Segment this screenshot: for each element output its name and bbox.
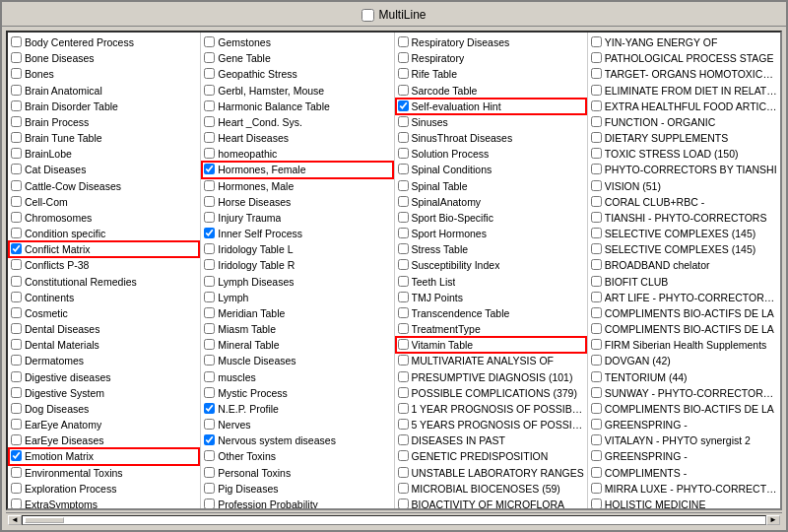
list-item[interactable]: VISION (51) — [589, 178, 779, 194]
item-checkbox[interactable] — [11, 467, 22, 478]
list-item[interactable]: Sinuses — [396, 114, 586, 130]
list-item[interactable]: Harmonic Balance Table — [202, 99, 392, 114]
list-item[interactable]: Miasm Table — [202, 321, 392, 337]
item-checkbox[interactable] — [204, 100, 215, 111]
list-item[interactable]: homeopathic — [202, 146, 392, 162]
item-checkbox[interactable] — [591, 371, 602, 382]
list-item[interactable]: CORAL CLUB+RBC - — [589, 194, 779, 210]
list-item[interactable]: BIOFIT CLUB — [589, 274, 779, 290]
list-item[interactable]: Stress Table — [396, 241, 586, 257]
list-item[interactable]: SELECTIVE COMPLEXES (145) — [589, 241, 779, 257]
list-item[interactable]: Other Toxins — [202, 448, 392, 464]
item-checkbox[interactable] — [591, 292, 602, 302]
list-item[interactable]: HOLISTIC MEDICINE — [589, 497, 779, 508]
list-item[interactable]: EarEye Diseases — [9, 432, 199, 448]
item-checkbox[interactable] — [204, 116, 215, 127]
list-item[interactable]: SELECTIVE COMPLEXES (145) — [589, 226, 779, 241]
item-checkbox[interactable] — [398, 371, 409, 382]
item-checkbox[interactable] — [591, 499, 602, 508]
item-checkbox[interactable] — [204, 371, 215, 382]
list-item[interactable]: Environmental Toxins — [9, 465, 199, 481]
item-checkbox[interactable] — [204, 259, 215, 270]
list-item[interactable]: YIN-YANG ENERGY OF — [589, 34, 779, 50]
list-item[interactable]: TOXIC STRESS LOAD (150) — [589, 146, 779, 162]
item-checkbox[interactable] — [11, 100, 22, 111]
list-item[interactable]: Susceptibility Index — [396, 257, 586, 273]
list-item[interactable]: 1 YEAR PROGNOSIS OF POSSIBLE — [396, 401, 586, 417]
item-checkbox[interactable] — [204, 323, 215, 334]
list-item[interactable]: Cat Diseases — [9, 162, 199, 177]
item-checkbox[interactable] — [591, 450, 602, 461]
item-checkbox[interactable] — [591, 387, 602, 398]
item-checkbox[interactable] — [11, 180, 22, 191]
item-checkbox[interactable] — [591, 403, 602, 414]
item-checkbox[interactable] — [204, 450, 215, 461]
list-item[interactable]: UNSTABLE LABORATORY RANGES — [396, 465, 586, 481]
item-checkbox[interactable] — [11, 434, 22, 445]
list-item[interactable]: Gene Table — [202, 50, 392, 66]
item-checkbox[interactable] — [11, 243, 22, 254]
item-checkbox[interactable] — [11, 339, 22, 350]
list-item[interactable]: Dental Diseases — [9, 321, 199, 337]
list-item[interactable]: ART LIFE - PHYTO-CORRECTORS (71) — [589, 290, 779, 305]
list-item[interactable]: COMPLIMENTS BIO-ACTIFS DE LA — [589, 305, 779, 321]
item-checkbox[interactable] — [204, 132, 215, 143]
item-checkbox[interactable] — [11, 387, 22, 398]
item-checkbox[interactable] — [204, 164, 215, 174]
multiline-option[interactable]: MultiLine — [361, 8, 426, 22]
list-item[interactable]: Bones — [9, 66, 199, 82]
list-item[interactable]: Geopathic Stress — [202, 66, 392, 82]
item-checkbox[interactable] — [11, 212, 22, 223]
list-item[interactable]: Brain Anatomical — [9, 83, 199, 99]
item-checkbox[interactable] — [398, 148, 409, 159]
item-checkbox[interactable] — [398, 180, 409, 191]
list-item[interactable]: Dog Diseases — [9, 401, 199, 417]
item-checkbox[interactable] — [591, 323, 602, 334]
list-item[interactable]: SinusThroat Diseases — [396, 130, 586, 146]
item-checkbox[interactable] — [204, 180, 215, 191]
item-checkbox[interactable] — [11, 499, 22, 508]
list-item[interactable]: GREENSPRING - — [589, 448, 779, 464]
list-item[interactable]: Personal Toxins — [202, 465, 392, 481]
item-checkbox[interactable] — [398, 339, 409, 350]
item-checkbox[interactable] — [591, 164, 602, 174]
list-item[interactable]: TMJ Points — [396, 290, 586, 305]
item-checkbox[interactable] — [591, 148, 602, 159]
list-item[interactable]: Gerbl, Hamster, Mouse — [202, 83, 392, 99]
item-checkbox[interactable] — [398, 132, 409, 143]
item-checkbox[interactable] — [11, 483, 22, 494]
item-checkbox[interactable] — [398, 68, 409, 79]
item-checkbox[interactable] — [11, 85, 22, 96]
item-checkbox[interactable] — [11, 52, 22, 63]
list-item[interactable]: Cosmetic — [9, 305, 199, 321]
list-item[interactable]: Iridology Table L — [202, 241, 392, 257]
item-checkbox[interactable] — [11, 68, 22, 79]
item-checkbox[interactable] — [398, 276, 409, 287]
list-item[interactable]: Cell-Com — [9, 194, 199, 210]
list-item[interactable]: Heart _Cond. Sys. — [202, 114, 392, 130]
item-checkbox[interactable] — [591, 259, 602, 270]
list-item[interactable]: Mystic Process — [202, 385, 392, 401]
list-item[interactable]: EarEye Anatomy — [9, 417, 199, 432]
item-checkbox[interactable] — [398, 499, 409, 508]
list-item[interactable]: Mineral Table — [202, 337, 392, 353]
list-item[interactable]: DISEASES IN PAST — [396, 432, 586, 448]
item-checkbox[interactable] — [591, 339, 602, 350]
item-checkbox[interactable] — [11, 323, 22, 334]
item-checkbox[interactable] — [11, 292, 22, 302]
list-item[interactable]: Muscle Diseases — [202, 353, 392, 368]
list-item[interactable]: BIOACTIVITY OF MICROFLORA — [396, 497, 586, 508]
list-item[interactable]: Sport Bio-Specific — [396, 210, 586, 226]
list-item[interactable]: Transcendence Table — [396, 305, 586, 321]
item-checkbox[interactable] — [11, 116, 22, 127]
item-checkbox[interactable] — [398, 259, 409, 270]
list-item[interactable]: Iridology Table R — [202, 257, 392, 273]
list-item[interactable]: Nervous system diseases — [202, 432, 392, 448]
item-checkbox[interactable] — [591, 132, 602, 143]
item-checkbox[interactable] — [204, 148, 215, 159]
item-checkbox[interactable] — [11, 371, 22, 382]
item-checkbox[interactable] — [398, 228, 409, 238]
item-checkbox[interactable] — [398, 434, 409, 445]
list-item[interactable]: ExtraSymptoms — [9, 497, 199, 508]
list-item[interactable]: Dental Materials — [9, 337, 199, 353]
